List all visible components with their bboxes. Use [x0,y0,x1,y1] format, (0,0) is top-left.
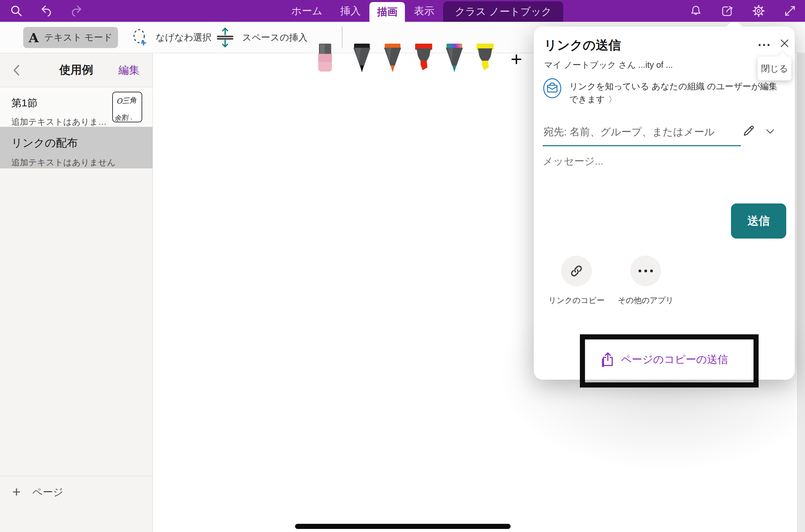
page-item-link-distribution[interactable]: リンクの配布 追加テキストはありません [0,127,152,168]
edit-permission-pencil-icon[interactable] [741,124,756,138]
page-list-header: 使用例 編集 [0,53,152,87]
close-icon [779,37,790,49]
eraser-icon [314,44,337,76]
rainbow-pen-icon [443,44,466,76]
more-apps-button[interactable]: その他のアプリ [622,256,670,306]
gear-icon [752,4,765,17]
redo-icon [70,4,83,18]
page-subtitle: 追加テキストはありません [11,157,152,168]
send-button[interactable]: 送信 [731,203,786,239]
toolbar-divider [342,27,342,48]
fullscreen-button[interactable] [782,3,797,18]
lasso-select-button[interactable]: なげなわ選択 [130,28,212,47]
chevron-down-icon[interactable] [764,125,776,137]
add-page-button[interactable]: + ページ [0,476,152,532]
recipient-row [543,121,786,140]
link-permission-text: リンクを知っている あなたの組織 のユーザーが編集できます〉 [569,78,778,106]
share-button[interactable] [720,3,735,18]
tab-draw[interactable]: 描画 [369,2,405,22]
insert-space-icon [214,27,236,48]
dialog-title: リンクの送信 [544,37,621,54]
ellipsis-icon [767,44,770,46]
black-pen-icon [351,44,373,76]
text-mode-label: テキスト モード [44,31,113,44]
page-thumbnail: O三角 余割 . [112,92,142,122]
tab-class-notebook[interactable]: クラス ノートブック [443,1,563,22]
page-title: リンクの配布 [11,136,152,151]
more-apps-label: その他のアプリ [618,295,674,306]
permission-text-label: リンクを知っている あなたの組織 のユーザーが編集できます [569,81,777,104]
tab-view-label: 表示 [414,4,434,18]
ellipsis-icon [763,44,765,46]
plus-icon: + [511,47,522,70]
more-apps-ellipsis-icon [639,270,653,272]
tab-insert-label: 挿入 [340,4,361,18]
settings-button[interactable] [751,3,766,18]
search-icon [10,4,23,17]
link-icon [569,263,584,278]
red-marker-button[interactable] [412,44,435,76]
lasso-icon [130,28,149,47]
add-pen-button[interactable]: + [506,48,527,70]
redo-button[interactable] [69,3,84,18]
eraser-button[interactable] [314,44,337,76]
home-indicator[interactable] [295,524,511,529]
tab-view[interactable]: 表示 [405,0,443,22]
plus-icon: + [12,485,21,499]
thumbnail-handwriting-line2: 余割 . [114,112,142,122]
tab-insert[interactable]: 挿入 [331,0,369,22]
tab-home[interactable]: ホーム [282,0,331,22]
orange-pen-icon [381,44,404,76]
yellow-highlighter-icon [474,44,496,76]
ellipsis-icon [759,44,761,46]
text-mode-icon: A [29,30,39,45]
recipient-underline [543,145,741,146]
page-list-panel: 使用例 編集 第1節 追加テキストはありま… O三角 余割 . リンクの配布 追… [0,53,153,532]
edit-button[interactable]: 編集 [118,63,140,77]
red-marker-icon [412,44,435,76]
orange-pen-button[interactable] [381,44,404,76]
organization-icon [543,78,562,99]
send-link-dialog: リンクの送信 マイ ノートブック さん ...ity of ... 閉じる リン… [534,27,795,380]
copy-link-label: リンクのコピー [548,295,604,306]
add-page-label: ページ [32,485,63,499]
lasso-select-label: なげなわ選択 [156,31,212,44]
chevron-right-icon: 〉 [608,95,616,104]
notifications-button[interactable] [688,3,703,18]
yellow-highlighter-button[interactable] [474,44,496,76]
dialog-more-button[interactable] [755,39,773,51]
insert-space-label: スペースの挿入 [242,31,308,44]
expand-icon [784,4,796,17]
share-icon [720,4,734,18]
undo-icon [40,4,53,18]
insert-space-button[interactable]: スペースの挿入 [214,27,308,48]
link-permission-button[interactable]: リンクを知っている あなたの組織 のユーザーが編集できます〉 [543,78,778,106]
search-button[interactable] [9,3,24,18]
dialog-close-button[interactable] [777,35,792,51]
copy-link-button[interactable]: リンクのコピー [553,256,600,306]
tab-draw-label: 描画 [377,5,397,19]
bell-icon [689,4,702,17]
tab-home-label: ホーム [291,4,322,18]
text-mode-button[interactable]: A テキスト モード [23,27,118,48]
tab-class-notebook-label: クラス ノートブック [455,5,552,19]
message-input[interactable] [543,155,781,167]
close-tooltip: 閉じる [758,57,791,80]
page-item-section1[interactable]: 第1節 追加テキストはありま… O三角 余割 . [0,87,152,127]
recipient-input[interactable] [543,121,734,140]
ribbon-tabs: ホーム 挿入 描画 表示 クラス ノートブック [282,0,563,22]
undo-button[interactable] [39,3,54,18]
tooltip-arrow [778,52,787,62]
rainbow-pen-button[interactable] [443,44,466,76]
tooltip-label: 閉じる [761,63,788,75]
top-app-bar: ホーム 挿入 描画 表示 クラス ノートブック [0,0,805,22]
black-pen-button[interactable] [351,44,373,76]
annotation-highlight-box [580,334,759,387]
notebook-subtitle: マイ ノートブック さん ...ity of ... [544,59,673,71]
thumbnail-handwriting-line1: O三角 [116,95,142,106]
